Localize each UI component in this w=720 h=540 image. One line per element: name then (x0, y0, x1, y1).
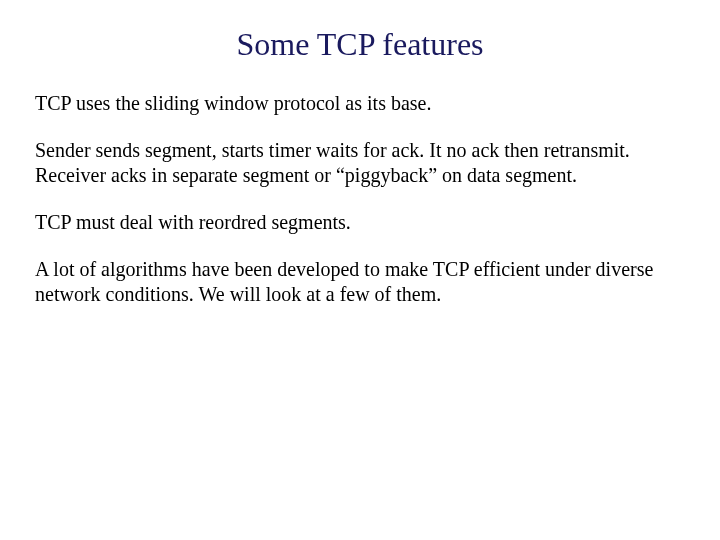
paragraph-3: TCP must deal with reordred segments. (35, 210, 685, 235)
slide-container: Some TCP features TCP uses the sliding w… (0, 0, 720, 540)
paragraph-4: A lot of algorithms have been developed … (35, 257, 685, 307)
paragraph-2: Sender sends segment, starts timer waits… (35, 138, 685, 188)
paragraph-1: TCP uses the sliding window protocol as … (35, 91, 685, 116)
slide-title: Some TCP features (35, 26, 685, 63)
